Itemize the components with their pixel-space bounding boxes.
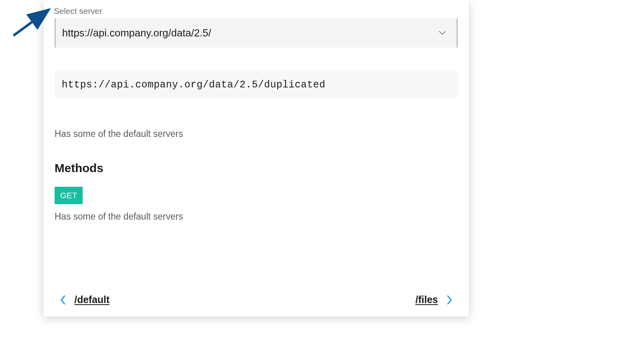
next-link-text: /files [415,294,438,305]
next-link[interactable]: /files [415,294,453,305]
chevron-left-icon [59,294,66,305]
chevron-down-icon [438,28,447,38]
http-method-badge[interactable]: GET [55,187,83,204]
prev-link-text: /default [74,294,110,305]
method-description: Has some of the default servers [55,211,458,222]
server-select-dropdown[interactable]: https://api.company.org/data/2.5/ [55,18,458,47]
resolved-url-text: https://api.company.org/data/2.5/duplica… [62,79,326,91]
methods-heading: Methods [55,161,458,175]
resolved-url-box: https://api.company.org/data/2.5/duplica… [55,71,458,99]
api-documentation-card: Select server https://api.company.org/da… [44,0,469,317]
select-server-label: Select server [54,6,458,16]
endpoint-description: Has some of the default servers [55,129,458,139]
pagination-footer: /default /files [55,294,458,305]
method-item: GET Has some of the default servers [55,187,458,222]
server-select-value: https://api.company.org/data/2.5/ [62,27,438,39]
prev-link[interactable]: /default [59,294,110,305]
chevron-right-icon [446,294,453,305]
